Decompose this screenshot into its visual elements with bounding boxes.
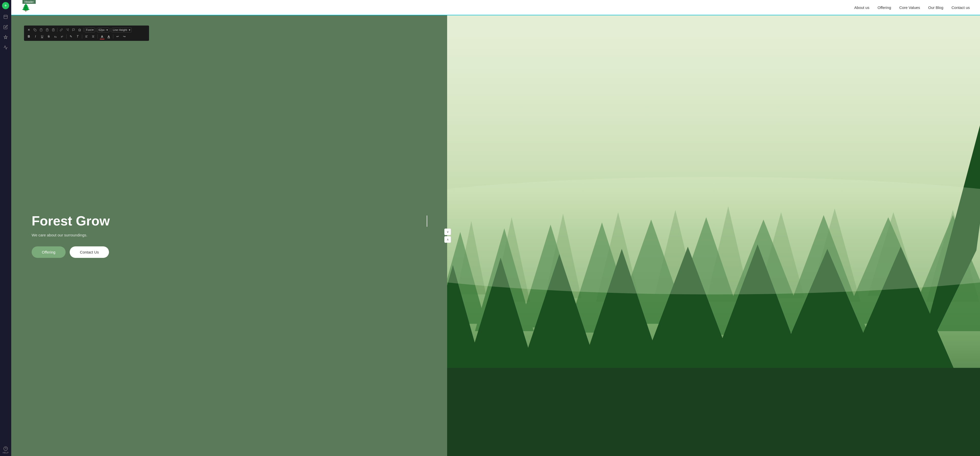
toolbar-special-btn[interactable]: Ω	[77, 27, 83, 33]
lh-dot: ·	[127, 28, 128, 32]
hero-buttons: Offering Contact Us	[32, 246, 427, 258]
align-center-button[interactable]	[90, 34, 96, 39]
analytics-icon[interactable]	[2, 44, 9, 51]
size-dropdown-arrow: ▾	[107, 28, 108, 32]
collapse-arrows: ∨ ∧	[444, 228, 451, 243]
toolbar-flag-btn[interactable]	[71, 27, 76, 33]
pages-icon[interactable]	[2, 13, 9, 21]
hero-right	[447, 15, 980, 456]
svg-point-2	[3, 447, 7, 451]
italic-button[interactable]: I	[33, 34, 38, 39]
nav-link-offering[interactable]: Offering	[878, 5, 891, 10]
logo-icon: 🌲	[21, 3, 30, 12]
svg-point-51	[447, 177, 980, 294]
forest-svg	[447, 15, 980, 456]
down-arrow-icon: ∨	[447, 230, 449, 234]
up-arrow-icon: ∧	[447, 238, 449, 241]
sidebar: + HELP	[0, 0, 11, 456]
nav-link-about[interactable]: About us	[854, 5, 869, 10]
text-toolbar: ✕	[24, 26, 149, 41]
canvas-area: Header 🌲 About us Offering Core Values O…	[11, 0, 980, 456]
collapse-down-arrow[interactable]: ∨	[444, 228, 451, 235]
edit-icon[interactable]	[2, 24, 9, 30]
svg-rect-6	[47, 29, 48, 29]
brush-icon[interactable]	[2, 34, 9, 41]
toolbar-sep-8	[113, 35, 113, 38]
hero-section: ✕	[11, 15, 980, 456]
line-height-selector[interactable]: Line Height · ▾	[111, 27, 132, 32]
toolbar-paste3-btn[interactable]	[51, 27, 56, 33]
bg-color-label: A	[107, 35, 110, 38]
font-color-bar	[100, 39, 104, 39]
help-button[interactable]: HELP	[3, 446, 9, 454]
toolbar-sep-3	[96, 28, 96, 32]
font-size-selector[interactable]: 62px · ▾	[97, 27, 109, 32]
font-color-button[interactable]: A	[99, 34, 105, 39]
highlight-button[interactable]: ✎	[68, 34, 74, 39]
forest-background	[447, 15, 980, 456]
svg-rect-4	[35, 30, 37, 32]
svg-rect-50	[447, 368, 980, 456]
font-selector[interactable]: Font ▾	[85, 27, 95, 32]
hero-subtitle: We care about our surroundings.	[32, 233, 427, 237]
toolbar-row-2: B I U S x₂ x² ✎ T	[26, 34, 147, 39]
toolbar-paste2-btn[interactable]	[45, 27, 50, 33]
nav-links: About us Offering Core Values Our Blog C…	[854, 5, 970, 10]
hero-title[interactable]: Forest Grow	[32, 214, 427, 229]
add-icon: +	[4, 3, 7, 8]
toolbar-row-1: ✕	[26, 27, 147, 33]
font-size-value: 62px	[99, 28, 105, 32]
italic2-button[interactable]: T	[75, 34, 80, 39]
lh-dropdown-arrow: ▾	[129, 28, 130, 32]
nav-link-blog[interactable]: Our Blog	[928, 5, 943, 10]
nav-logo: 🌲	[21, 3, 30, 12]
nav-link-core-values[interactable]: Core Values	[899, 5, 920, 10]
header-label: Header	[22, 0, 36, 4]
sidebar-bottom: HELP	[3, 446, 9, 454]
redo-button[interactable]: ↪	[121, 34, 127, 39]
svg-rect-0	[4, 15, 7, 19]
font-value: Font	[86, 28, 92, 32]
toolbar-sep-6	[82, 35, 82, 38]
align-left-button[interactable]	[84, 34, 89, 39]
line-height-value: Line Height	[113, 28, 127, 32]
toolbar-close-btn[interactable]: ✕	[26, 27, 32, 33]
bg-color-button[interactable]: A	[106, 34, 111, 39]
superscript-button[interactable]: x²	[59, 34, 65, 39]
undo-button[interactable]: ↩	[115, 34, 121, 39]
svg-rect-5	[41, 29, 41, 29]
add-button[interactable]: +	[2, 2, 9, 9]
top-nav: Header 🌲 About us Offering Core Values O…	[11, 0, 980, 15]
subscript-button[interactable]: x₂	[52, 34, 58, 39]
strikethrough-button[interactable]: S	[46, 34, 52, 39]
help-label: HELP	[3, 451, 9, 454]
svg-rect-8	[53, 29, 54, 29]
toolbar-paste1-btn[interactable]	[38, 27, 44, 33]
offering-button[interactable]: Offering	[32, 246, 65, 258]
hero-left: ✕	[11, 15, 447, 456]
font-dropdown-arrow: ▾	[92, 28, 94, 32]
toolbar-sep-7	[97, 35, 98, 38]
toolbar-sep-2	[83, 28, 84, 32]
bold-button[interactable]: B	[26, 34, 32, 39]
toolbar-link-btn[interactable]	[59, 27, 64, 33]
underline-button[interactable]: U	[39, 34, 45, 39]
toolbar-sep-1	[57, 28, 57, 32]
contact-button[interactable]: Contact Us	[70, 246, 109, 258]
nav-link-contact[interactable]: Contact us	[951, 5, 970, 10]
toolbar-copy-btn[interactable]	[32, 27, 38, 33]
collapse-up-arrow[interactable]: ∧	[444, 236, 451, 243]
font-color-label: A	[101, 35, 103, 38]
size-dot: ·	[105, 28, 106, 32]
toolbar-sep-5	[66, 35, 67, 38]
toolbar-unlink-btn[interactable]	[65, 27, 70, 33]
